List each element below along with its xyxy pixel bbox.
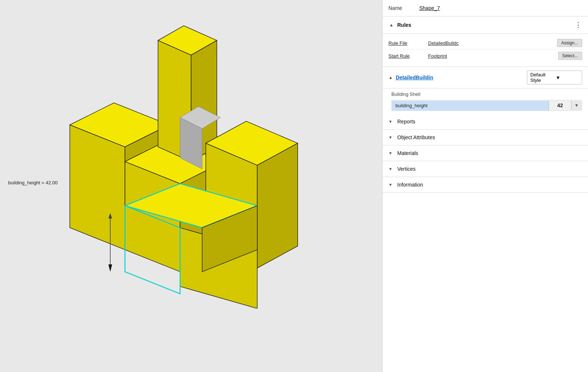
style-dropdown-value: Default Style <box>530 72 553 83</box>
name-value: Shape_7 <box>419 5 440 11</box>
vertices-chevron-icon: ▼ <box>388 167 394 171</box>
name-label: Name <box>388 5 410 11</box>
materials-chevron-icon: ▼ <box>388 151 394 155</box>
start-rule-value: Footprint <box>428 53 555 59</box>
style-dropdown-chevron-icon: ▼ <box>556 75 579 80</box>
rule-file-label[interactable]: Rule File <box>388 40 425 46</box>
detailed-chevron-icon: ▲ <box>388 75 393 80</box>
object-attributes-section[interactable]: ▼ Object Attributes <box>383 130 588 145</box>
param-dropdown-icon[interactable]: ▼ <box>571 101 582 110</box>
select-button[interactable]: Select... <box>558 52 582 60</box>
param-value[interactable]: 42 <box>549 100 571 111</box>
rule-file-value: DetailedBuildc <box>428 40 554 46</box>
detailed-section-header[interactable]: ▲ DetailedBuildin Default Style ▼ <box>383 67 588 89</box>
information-chevron-icon: ▼ <box>388 183 394 187</box>
viewport[interactable]: building_height = 42.00 <box>0 0 382 372</box>
vertices-section[interactable]: ▼ Vertices <box>383 161 588 177</box>
materials-section[interactable]: ▼ Materials <box>383 145 588 161</box>
vertices-title: Vertices <box>397 166 416 172</box>
object-attributes-chevron-icon: ▼ <box>388 135 394 140</box>
building-shell-label: Building Shell <box>383 89 588 98</box>
rules-content: Rule File DetailedBuildc Assign... Start… <box>383 34 588 67</box>
reports-title: Reports <box>397 119 415 124</box>
param-name[interactable]: building_height <box>392 101 549 111</box>
right-panel: Name Shape_7 ▲ Rules ⋮ Rule File Detaile… <box>382 0 588 372</box>
information-section[interactable]: ▼ Information <box>383 177 588 193</box>
building-3d <box>48 22 312 308</box>
rules-chevron-icon: ▲ <box>388 22 394 28</box>
svg-marker-13 <box>257 143 298 268</box>
reports-chevron-icon: ▼ <box>388 119 394 124</box>
style-dropdown[interactable]: Default Style ▼ <box>527 71 582 84</box>
svg-marker-19 <box>108 264 112 272</box>
start-rule-row: Start Rule Footprint Select... <box>388 50 582 62</box>
rule-file-row: Rule File DetailedBuildc Assign... <box>388 37 582 50</box>
information-title: Information <box>397 182 423 188</box>
rules-section-title: Rules <box>397 22 411 28</box>
rules-menu-icon[interactable]: ⋮ <box>575 21 582 29</box>
name-row: Name Shape_7 <box>383 0 588 17</box>
param-row: building_height 42 ▼ <box>391 100 582 111</box>
materials-title: Materials <box>397 150 418 156</box>
object-attributes-title: Object Attributes <box>397 134 435 140</box>
reports-section[interactable]: ▼ Reports <box>383 114 588 130</box>
detailed-section-title[interactable]: DetailedBuildin <box>396 75 433 80</box>
assign-button[interactable]: Assign... <box>557 39 582 47</box>
start-rule-label[interactable]: Start Rule <box>388 53 425 59</box>
rules-section-header[interactable]: ▲ Rules ⋮ <box>383 17 588 34</box>
